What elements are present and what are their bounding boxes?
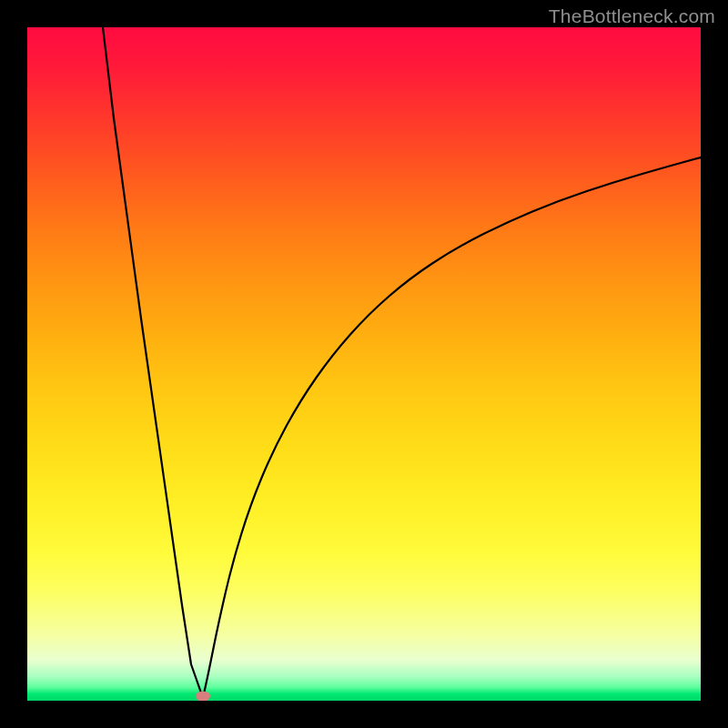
attribution-text: TheBottleneck.com [549,5,715,27]
bottleneck-curve [27,27,701,701]
minimum-marker [196,692,210,702]
plot-area [27,27,701,701]
